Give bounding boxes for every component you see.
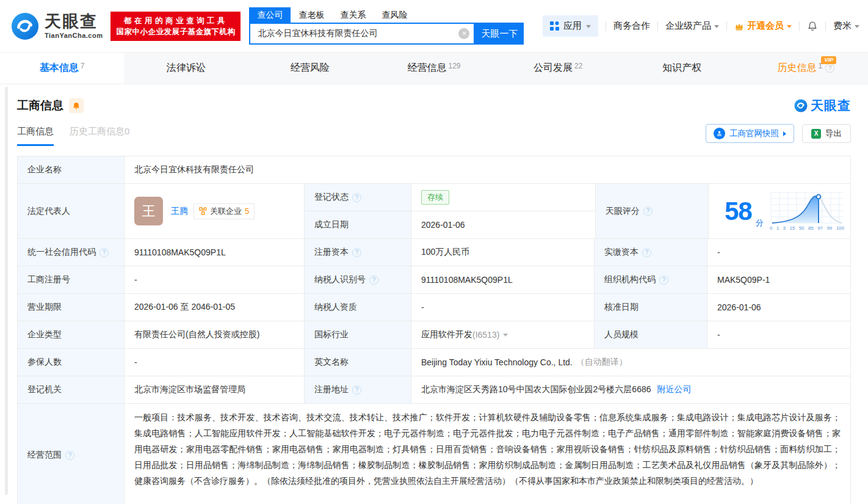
insured-count-value: - xyxy=(125,349,305,376)
top-menu: 应用 商务合作 企业级产品 开通会员 xyxy=(543,15,859,37)
tab-count: 1 xyxy=(819,62,823,70)
site-logo[interactable]: 天眼查 TianYanCha.com xyxy=(11,12,103,40)
search-tab-risk[interactable]: 查风险 xyxy=(374,7,415,23)
apps-menu[interactable]: 应用 xyxy=(543,15,598,37)
industry-value[interactable]: 应用软件开发(I6513) xyxy=(411,321,595,348)
reg-capital-label: 注册资本 ? xyxy=(305,239,411,266)
nearby-companies-link[interactable]: 附近公司 xyxy=(657,384,692,395)
table-row: 登记机关 北京市海淀区市场监督管理局 注册地址 ? 北京市海淀区天秀路10号中国… xyxy=(18,376,850,404)
tab-history-info[interactable]: VIP 历史信息 1 ? xyxy=(744,53,868,84)
legal-rep-label: 法定代表人 xyxy=(18,184,125,238)
score-label-cell: 天眼评分 ? xyxy=(596,184,709,238)
subtab-business-info[interactable]: 工商信息 xyxy=(17,126,54,146)
tab-operating-risk[interactable]: 经营风险 xyxy=(248,53,372,84)
arrow-right-icon xyxy=(783,131,786,136)
approval-date-value: 2026-01-06 xyxy=(707,294,850,321)
tab-count: 129 xyxy=(448,62,460,70)
score-unit: 分 xyxy=(756,217,764,228)
help-icon[interactable]: ? xyxy=(65,451,74,460)
username-label: 费米 xyxy=(833,20,852,32)
help-icon[interactable]: ? xyxy=(352,248,361,257)
top-header: 天眼查 TianYanCha.com 都在用的商业查询工具 国家中小企业发展子基… xyxy=(0,0,868,53)
notifications-button[interactable] xyxy=(807,20,818,32)
subtab-bar: 工商信息 历史工商信息0 工商官网快照 X 导出 xyxy=(0,114,868,148)
tab-company-development[interactable]: 公司发展 22 xyxy=(496,53,620,84)
reg-authority-value: 北京市海淀区市场监督管理局 xyxy=(125,376,305,403)
tab-operating-info[interactable]: 经营信息 129 xyxy=(372,53,496,84)
site-domain: TianYanCha.com xyxy=(45,32,103,39)
paid-capital-label: 实缴资本 ? xyxy=(595,239,707,266)
watermark-text: 天眼查 xyxy=(811,97,851,114)
bell-icon xyxy=(72,101,81,111)
staff-size-label: 人员规模 xyxy=(595,321,707,348)
establish-date-value: 2026-01-06 xyxy=(411,211,595,238)
table-row: 统一社会信用代码 ? 91110108MAK5Q09P1L 注册资本 ? 100… xyxy=(18,239,850,266)
english-name-value: Beijing Today Yixiu Technology Co., Ltd.… xyxy=(411,349,850,376)
help-icon[interactable]: ? xyxy=(99,248,109,257)
tab-legal-proceedings[interactable]: 法律诉讼 xyxy=(124,53,248,84)
reg-address-value: 北京市海淀区天秀路10号中国农大国际创业园2号楼六层6686 附近公司 xyxy=(411,376,850,403)
credit-code-value: 91110108MAK5Q09P1L xyxy=(125,239,305,266)
table-row: 企业名称 北京今日宜休科技有限责任公司 xyxy=(18,156,850,184)
company-name-value: 北京今日宜休科技有限责任公司 xyxy=(125,156,850,183)
chevron-down-icon xyxy=(586,25,591,28)
business-scope-label: 经营范围 ? xyxy=(18,404,125,504)
apps-label: 应用 xyxy=(563,20,582,32)
user-account-menu[interactable]: 费米 xyxy=(833,20,859,32)
table-row: 经营范围 ? 一般项目：技术服务、技术开发、技术咨询、技术交流、技术转让、技术推… xyxy=(18,404,850,504)
org-network-icon xyxy=(199,207,207,215)
credit-code-label: 统一社会信用代码 ? xyxy=(18,239,125,266)
table-row: 企业类型 有限责任公司(自然人投资或控股) 国标行业 应用软件开发(I6513)… xyxy=(18,321,850,349)
excel-icon: X xyxy=(811,129,821,139)
vip-badge: VIP xyxy=(821,56,836,64)
export-button[interactable]: X 导出 xyxy=(802,124,851,143)
official-snapshot-button[interactable]: 工商官网快照 xyxy=(706,124,794,143)
table-row: 工商注册号 - 纳税人识别号 ? 91110108MAK5Q09P1L 组织机构… xyxy=(18,266,850,294)
business-scope-value: 一般项目：技术服务、技术开发、技术咨询、技术交流、技术转让、技术推广；软件开发；… xyxy=(125,404,850,504)
site-name: 天眼查 xyxy=(45,13,103,30)
org-code-label: 组织机构代码 ? xyxy=(595,266,707,293)
apps-grid-icon xyxy=(550,21,559,31)
tab-intellectual-property[interactable]: 知识产权 xyxy=(620,53,744,84)
status-date-subtable: 登记状态 ? 存续 成立日期 2026-01-06 xyxy=(305,184,596,238)
reg-number-value: - xyxy=(125,266,305,293)
section-header: 工商信息 天眼查 xyxy=(0,84,868,114)
menu-divider xyxy=(726,21,727,31)
taxpayer-id-value: 91110108MAK5Q09P1L xyxy=(411,266,595,293)
search-tab-boss[interactable]: 查老板 xyxy=(291,7,332,23)
menu-divider xyxy=(799,21,800,31)
help-icon[interactable]: ? xyxy=(352,385,361,395)
reg-authority-label: 登记机关 xyxy=(18,376,125,403)
search-tab-company[interactable]: 查公司 xyxy=(249,7,291,23)
approval-date-label: 核准日期 xyxy=(595,294,707,321)
legal-rep-avatar[interactable]: 王 xyxy=(134,197,163,225)
menu-vip-upgrade[interactable]: 开通会员 xyxy=(734,20,792,32)
help-icon[interactable]: ? xyxy=(825,64,834,73)
stamp-icon xyxy=(714,128,725,139)
reg-status-label: 登记状态 ? xyxy=(305,184,411,211)
menu-enterprise-products[interactable]: 企业级产品 xyxy=(665,20,719,32)
help-icon[interactable]: ? xyxy=(643,206,653,216)
monitor-bell-button[interactable] xyxy=(69,98,84,113)
legal-rep-cell: 王 王腾 关联企业 5 xyxy=(125,184,305,238)
score-value-cell: 58 分 xyxy=(709,184,850,238)
english-name-label: 英文名称 xyxy=(305,349,411,376)
help-icon[interactable]: ? xyxy=(642,248,651,257)
help-icon[interactable]: ? xyxy=(352,193,361,202)
chevron-down-icon xyxy=(787,25,792,28)
tab-basic-info[interactable]: 基本信息 7 xyxy=(0,53,124,84)
legal-rep-name-link[interactable]: 王腾 xyxy=(171,206,188,217)
menu-cooperation[interactable]: 商务合作 xyxy=(613,20,650,32)
subtab-history-business-info[interactable]: 历史工商信息0 xyxy=(70,126,129,146)
table-row: 参保人数 - 英文名称 Beijing Today Yixiu Technolo… xyxy=(18,349,850,376)
help-icon[interactable]: ? xyxy=(369,276,378,285)
search-button[interactable]: 天眼一下 xyxy=(475,23,524,45)
promo-line1: 都在用的商业查询工具 xyxy=(116,15,235,26)
search-tab-relation[interactable]: 查关系 xyxy=(332,7,374,23)
search-input[interactable] xyxy=(249,23,475,45)
search-block: 查公司 查老板 查关系 查风险 × 天眼一下 xyxy=(249,7,524,45)
tianyancha-logo-icon xyxy=(794,99,808,112)
menu-divider xyxy=(657,21,658,31)
related-companies-badge[interactable]: 关联企业 5 xyxy=(193,203,255,219)
help-icon[interactable]: ? xyxy=(659,276,668,285)
